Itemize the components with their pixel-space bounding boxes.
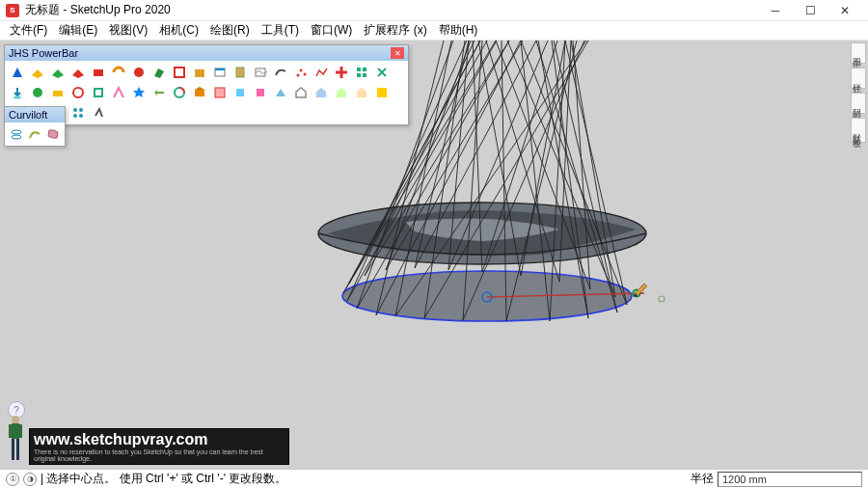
- curviloft-path-icon[interactable]: [27, 125, 43, 143]
- jhs-tool-36-icon[interactable]: [333, 84, 350, 101]
- jhs-tool-31-icon[interactable]: [231, 84, 249, 101]
- menu-tools[interactable]: 工具(T): [256, 20, 305, 41]
- title-bar: S 无标题 - SketchUp Pro 2020 ─ ☐ ✕: [0, 0, 868, 21]
- jhs-tool-05-icon[interactable]: [90, 64, 107, 81]
- close-button[interactable]: ✕: [827, 0, 862, 21]
- jhs-powerbar-close-button[interactable]: ✕: [391, 47, 404, 59]
- jhs-tool-38-icon[interactable]: [373, 84, 391, 101]
- svg-rect-61: [175, 68, 184, 77]
- jhs-tool-10-icon[interactable]: [191, 64, 208, 81]
- svg-rect-83: [195, 90, 204, 96]
- svg-rect-86: [257, 89, 264, 96]
- menu-help[interactable]: 帮助(H): [433, 20, 484, 41]
- jhs-tool-09-icon[interactable]: [171, 64, 188, 81]
- svg-rect-76: [363, 73, 366, 77]
- tray-tab-default[interactable]: 默认面板: [851, 118, 866, 143]
- maximize-button[interactable]: ☐: [793, 0, 827, 21]
- svg-rect-68: [236, 68, 244, 77]
- menu-extensions[interactable]: 扩展程序 (x): [358, 20, 432, 41]
- jhs-tool-02-icon[interactable]: [29, 64, 46, 81]
- svg-point-96: [12, 135, 21, 139]
- curviloft-panel[interactable]: Curviloft: [4, 106, 66, 147]
- jhs-tool-24-icon[interactable]: [90, 84, 107, 101]
- jhs-tool-06-icon[interactable]: [110, 64, 127, 81]
- svg-point-91: [73, 108, 77, 112]
- jhs-tool-12-icon[interactable]: [231, 64, 249, 81]
- curviloft-titlebar[interactable]: Curviloft: [5, 107, 65, 122]
- jhs-tool-21-icon[interactable]: [29, 84, 46, 101]
- scale-figure-icon: [4, 413, 27, 467]
- svg-point-53: [659, 296, 665, 302]
- menu-window[interactable]: 窗口(W): [305, 20, 358, 41]
- svg-point-94: [79, 114, 83, 118]
- measurement-label: 半径: [691, 471, 714, 487]
- jhs-tool-43-icon[interactable]: [90, 104, 107, 122]
- svg-rect-98: [12, 423, 19, 439]
- svg-rect-74: [363, 68, 366, 71]
- svg-rect-88: [377, 88, 387, 97]
- menu-edit[interactable]: 编辑(E): [53, 20, 103, 41]
- jhs-tool-16-icon[interactable]: [312, 64, 330, 81]
- menu-draw[interactable]: 绘图(R): [204, 20, 256, 41]
- svg-rect-73: [357, 68, 361, 71]
- jhs-tool-11-icon[interactable]: [211, 64, 229, 81]
- curviloft-loft-icon[interactable]: [9, 125, 25, 143]
- status-info-icon[interactable]: ①: [6, 473, 19, 486]
- tray-tab-layers[interactable]: 图层: [851, 42, 866, 64]
- jhs-tool-15-icon[interactable]: [292, 64, 310, 81]
- jhs-tool-26-icon[interactable]: [130, 84, 148, 101]
- curviloft-skin-icon[interactable]: [44, 125, 61, 143]
- tray-tab-shadows[interactable]: 阴影: [851, 93, 866, 114]
- jhs-tool-08-icon[interactable]: [150, 64, 168, 81]
- status-user-icon[interactable]: ◑: [23, 473, 37, 486]
- jhs-tool-32-icon[interactable]: [252, 84, 269, 101]
- jhs-tool-20-icon[interactable]: [9, 84, 26, 101]
- jhs-tool-22-icon[interactable]: [49, 84, 67, 101]
- jhs-tool-07-icon[interactable]: [130, 64, 148, 81]
- jhs-tool-37-icon[interactable]: [353, 84, 370, 101]
- svg-point-71: [300, 69, 303, 72]
- svg-point-95: [12, 130, 21, 134]
- curviloft-buttons: [5, 122, 65, 146]
- jhs-powerbar-titlebar[interactable]: JHS PowerBar ✕: [5, 45, 408, 61]
- menu-bar: 文件(F) 编辑(E) 视图(V) 相机(C) 绘图(R) 工具(T) 窗口(W…: [0, 21, 868, 41]
- svg-point-59: [134, 68, 144, 77]
- svg-rect-67: [215, 68, 225, 70]
- jhs-tool-42-icon[interactable]: [69, 104, 87, 122]
- jhs-tool-25-icon[interactable]: [110, 84, 127, 101]
- jhs-tool-13-icon[interactable]: [252, 64, 269, 81]
- jhs-tool-14-icon[interactable]: [272, 64, 289, 81]
- jhs-tool-28-icon[interactable]: [171, 84, 188, 101]
- menu-camera[interactable]: 相机(C): [153, 20, 204, 41]
- viewport[interactable]: JHS PowerBar ✕: [0, 41, 868, 469]
- jhs-tool-27-icon[interactable]: [150, 84, 168, 101]
- jhs-tool-18-icon[interactable]: [353, 64, 370, 81]
- jhs-tool-35-icon[interactable]: [312, 84, 330, 101]
- app-icon: S: [6, 4, 19, 17]
- jhs-tool-17-icon[interactable]: [333, 64, 350, 81]
- menu-view[interactable]: 视图(V): [103, 20, 153, 41]
- svg-point-77: [14, 96, 21, 99]
- jhs-tool-34-icon[interactable]: [292, 84, 310, 101]
- menu-file[interactable]: 文件(F): [4, 20, 53, 41]
- svg-rect-99: [12, 439, 14, 460]
- minimize-button[interactable]: ─: [758, 0, 793, 21]
- jhs-tool-29-icon[interactable]: [191, 84, 208, 101]
- svg-marker-57: [72, 69, 84, 78]
- watermark-sub: There is no reservation to teach you Ske…: [34, 448, 285, 462]
- measurement-input[interactable]: [718, 472, 862, 487]
- svg-marker-87: [276, 89, 285, 96]
- jhs-tool-23-icon[interactable]: [69, 84, 87, 101]
- jhs-tool-01-icon[interactable]: [9, 64, 26, 81]
- svg-rect-100: [16, 439, 19, 460]
- svg-marker-60: [154, 68, 164, 78]
- jhs-tool-19-icon[interactable]: [373, 64, 391, 81]
- jhs-tool-30-icon[interactable]: [211, 84, 229, 101]
- curviloft-title: Curviloft: [9, 109, 47, 121]
- status-bar: ① ◑ | 选择中心点。 使用 Ctrl '+' 或 Ctrl '-' 更改段数…: [0, 469, 868, 488]
- jhs-tool-33-icon[interactable]: [272, 84, 289, 101]
- jhs-tool-03-icon[interactable]: [49, 64, 67, 81]
- tray-tab-styles[interactable]: 样式: [851, 68, 866, 89]
- jhs-tool-04-icon[interactable]: [69, 64, 87, 81]
- svg-point-78: [33, 88, 42, 97]
